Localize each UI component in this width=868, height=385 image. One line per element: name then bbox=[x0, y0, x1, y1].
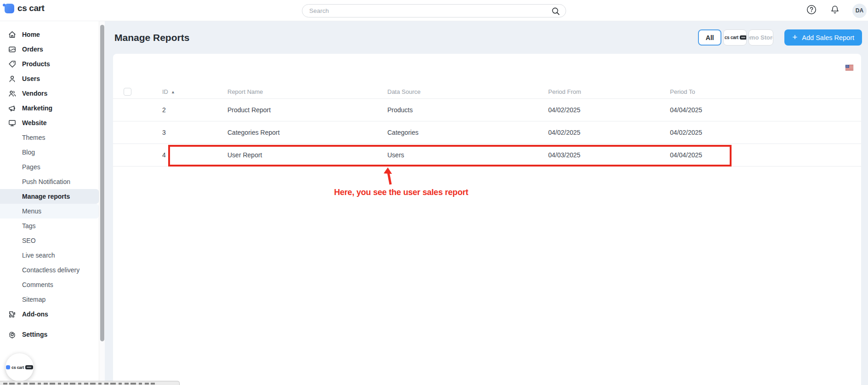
sidebar-item-label: Manage reports bbox=[22, 193, 70, 200]
cell-period-from: 04/03/2025 bbox=[548, 151, 670, 159]
cell-period-to: 04/02/2025 bbox=[670, 129, 861, 136]
table-row-report-2[interactable]: 2Product ReportProducts04/02/202504/04/2… bbox=[113, 99, 861, 121]
select-all-checkbox[interactable] bbox=[124, 88, 131, 96]
us-flag-icon[interactable] bbox=[845, 65, 853, 70]
sidebar-item-label: Comments bbox=[22, 281, 53, 288]
sidebar-item-seo[interactable]: SEO bbox=[0, 233, 99, 248]
logo-text: cs cart bbox=[17, 3, 44, 13]
reports-card: ID▲Report NameData SourcePeriod FromPeri… bbox=[113, 54, 861, 385]
annotation-text: Here, you see the user sales report bbox=[330, 188, 472, 197]
mini-logo-square-icon bbox=[6, 365, 10, 369]
cell-data-source: Users bbox=[387, 151, 548, 159]
storefront-cscart-button[interactable]: cs cart bbox=[723, 29, 747, 46]
browser-status-bar bbox=[0, 381, 180, 385]
cell-data-source: Categories bbox=[387, 129, 548, 136]
user-icon bbox=[7, 74, 17, 83]
sidebar-item-pages[interactable]: Pages bbox=[0, 160, 99, 174]
header-actions: All cs cart Demo Store + Add Sales Repor… bbox=[698, 29, 862, 46]
main-content: Manage Reports All cs cart Demo Store + … bbox=[105, 21, 868, 385]
search-box[interactable] bbox=[302, 4, 566, 17]
orders-inbox-icon bbox=[7, 45, 17, 54]
corner-badge-logo-text: cs cart bbox=[11, 365, 24, 370]
sidebar-item-menus[interactable]: Menus bbox=[0, 204, 99, 218]
sidebar-item-label: Themes bbox=[22, 134, 45, 141]
column-header-period-to[interactable]: Period To bbox=[670, 88, 861, 95]
sidebar-item-manage-reports[interactable]: Manage reports bbox=[0, 189, 99, 204]
sidebar-item-live-search[interactable]: Live search bbox=[0, 248, 99, 263]
reports-table: ID▲Report NameData SourcePeriod FromPeri… bbox=[113, 85, 861, 167]
sidebar-scrollbar[interactable] bbox=[99, 21, 105, 385]
cs-cart-corner-badge[interactable]: cs cart bbox=[6, 353, 34, 381]
sidebar-item-label: Home bbox=[22, 31, 40, 38]
add-sales-report-label: Add Sales Report bbox=[802, 34, 854, 41]
cell-data-source: Products bbox=[387, 106, 548, 114]
sidebar-item-blog[interactable]: Blog bbox=[0, 145, 99, 160]
sidebar-item-label: Users bbox=[22, 75, 40, 82]
home-icon bbox=[7, 30, 17, 39]
search-input[interactable] bbox=[302, 7, 566, 14]
sort-asc-icon: ▲ bbox=[171, 90, 175, 94]
column-header-period-from[interactable]: Period From bbox=[548, 88, 670, 95]
column-header-data-source[interactable]: Data Source bbox=[387, 88, 548, 95]
column-header-label: Report Name bbox=[227, 88, 263, 95]
sidebar-item-label: Orders bbox=[22, 46, 43, 53]
sidebar-item-home[interactable]: Home bbox=[0, 27, 99, 42]
notifications-bell-icon[interactable] bbox=[830, 5, 840, 17]
page-header: Manage Reports All cs cart Demo Store + … bbox=[105, 21, 868, 54]
sidebar-item-comments[interactable]: Comments bbox=[0, 277, 99, 292]
sidebar-item-label: Live search bbox=[22, 252, 55, 259]
cell-id: 3 bbox=[162, 129, 227, 136]
add-sales-report-button[interactable]: + Add Sales Report bbox=[784, 29, 862, 46]
sidebar-item-push-notification[interactable]: Push Notification bbox=[0, 174, 99, 189]
avatar[interactable]: DA bbox=[852, 4, 867, 18]
filter-all-button[interactable]: All bbox=[698, 29, 721, 46]
sidebar-item-tags[interactable]: Tags bbox=[0, 218, 99, 233]
sidebar-scrollbar-thumb[interactable] bbox=[100, 25, 104, 341]
cs-cart-badge-icon bbox=[740, 35, 747, 40]
logo-dot-icon bbox=[3, 4, 6, 6]
sidebar-item-label: SEO bbox=[22, 237, 36, 244]
storefront-cscart-content: cs cart bbox=[723, 35, 747, 40]
cell-report-name: Product Report bbox=[227, 106, 387, 114]
sidebar-item-products[interactable]: Products bbox=[0, 57, 99, 71]
sidebar-item-label: Contactless delivery bbox=[22, 266, 79, 274]
sidebar-item-label: Tags bbox=[22, 222, 36, 230]
cs-cart-logo[interactable]: cs cart bbox=[4, 3, 44, 13]
sidebar-item-sitemap[interactable]: Sitemap bbox=[0, 292, 99, 307]
sidebar-item-themes[interactable]: Themes bbox=[0, 130, 99, 145]
storefront-demo-store-button[interactable]: Demo Store bbox=[749, 29, 773, 46]
cell-report-name: User Report bbox=[227, 151, 387, 159]
column-header-report-name[interactable]: Report Name bbox=[227, 88, 387, 95]
mini-cscart-logo-text: cs cart bbox=[725, 35, 738, 40]
topbar: cs cart DA bbox=[0, 0, 868, 21]
sidebar-item-label: Sitemap bbox=[22, 296, 45, 303]
cell-period-to: 04/04/2025 bbox=[670, 151, 861, 159]
sidebar-item-settings[interactable]: Settings bbox=[0, 327, 99, 342]
addons-puzzle-icon bbox=[7, 310, 17, 319]
cell-id: 2 bbox=[162, 106, 227, 114]
sidebar-item-add-ons[interactable]: Add-ons bbox=[0, 307, 99, 322]
search-icon[interactable] bbox=[551, 7, 560, 16]
corner-badge-pill-icon bbox=[25, 365, 33, 369]
cs-cart-logo-icon bbox=[5, 4, 14, 13]
column-header-label: ID bbox=[162, 88, 168, 95]
help-icon[interactable] bbox=[806, 5, 817, 17]
column-header-id[interactable]: ID▲ bbox=[162, 88, 227, 95]
table-row-report-3[interactable]: 3Categories ReportCategories04/02/202504… bbox=[113, 121, 861, 144]
marketing-megaphone-icon bbox=[7, 103, 17, 113]
page-title: Manage Reports bbox=[114, 32, 189, 43]
sidebar-item-website[interactable]: Website bbox=[0, 115, 99, 130]
plus-icon: + bbox=[792, 33, 797, 41]
sidebar-item-contactless-delivery[interactable]: Contactless delivery bbox=[0, 263, 99, 277]
sidebar-item-vendors[interactable]: Vendors bbox=[0, 86, 99, 101]
sidebar-item-label: Settings bbox=[22, 331, 47, 338]
sidebar-item-orders[interactable]: Orders bbox=[0, 42, 99, 57]
vendors-users-icon bbox=[7, 89, 17, 98]
cell-period-to: 04/04/2025 bbox=[670, 106, 861, 114]
sidebar-item-users[interactable]: Users bbox=[0, 71, 99, 86]
sidebar: HomeOrdersProductsUsersVendorsMarketingW… bbox=[0, 21, 99, 385]
column-header-label: Period From bbox=[548, 88, 581, 95]
sidebar-item-marketing[interactable]: Marketing bbox=[0, 101, 99, 115]
header-checkbox-cell bbox=[113, 88, 162, 96]
table-row-report-4[interactable]: 4User ReportUsers04/03/202504/04/2025 bbox=[113, 144, 861, 167]
